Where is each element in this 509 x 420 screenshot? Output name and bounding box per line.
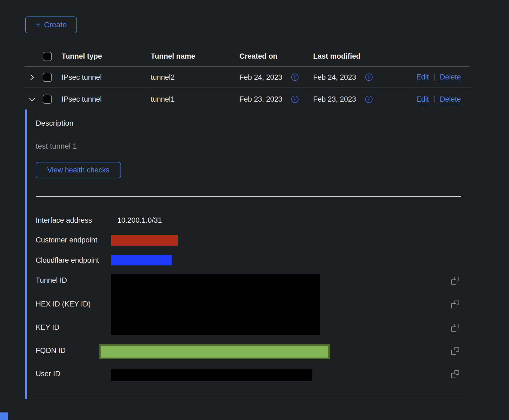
copy-icon[interactable] bbox=[451, 301, 459, 309]
last-modified-cell: Feb 24, 2023 bbox=[313, 67, 356, 88]
tunnel-name-cell: tunnel1 bbox=[151, 88, 175, 110]
copy-icon[interactable] bbox=[451, 277, 459, 285]
corner-accent-block bbox=[0, 412, 8, 420]
info-icon[interactable]: i bbox=[365, 96, 373, 103]
info-icon[interactable]: i bbox=[291, 74, 299, 81]
key-id-label: KEY ID bbox=[36, 323, 59, 332]
fqdn-id-redacted-value bbox=[99, 344, 330, 359]
chevron-right-icon[interactable] bbox=[28, 73, 36, 81]
tunnel-id-label: Tunnel ID bbox=[36, 276, 67, 285]
delete-link[interactable]: Delete bbox=[440, 95, 461, 104]
user-id-label: User ID bbox=[36, 370, 61, 378]
created-on-cell: Feb 24, 2023 bbox=[239, 67, 282, 88]
create-button-label: Create bbox=[44, 21, 67, 29]
info-icon[interactable]: i bbox=[365, 74, 373, 81]
copy-icon[interactable] bbox=[451, 370, 459, 378]
tunnel-type-cell: IPsec tunnel bbox=[62, 88, 102, 110]
created-on-cell: Feb 23, 2023 bbox=[239, 88, 282, 110]
row-checkbox[interactable] bbox=[43, 95, 52, 104]
delete-link[interactable]: Delete bbox=[440, 73, 461, 81]
copy-icon[interactable] bbox=[451, 324, 459, 332]
select-all-checkbox[interactable] bbox=[43, 52, 52, 61]
column-header-tunnel-name: Tunnel name bbox=[151, 48, 195, 64]
ids-redacted-value bbox=[111, 274, 320, 335]
cloudflare-endpoint-label: Cloudflare endpoint bbox=[36, 256, 99, 265]
tunnel-type-cell: IPsec tunnel bbox=[62, 67, 102, 88]
info-icon[interactable]: i bbox=[291, 96, 299, 103]
user-id-redacted-value bbox=[111, 369, 312, 381]
expanded-panel-accent-bar bbox=[25, 109, 27, 399]
chevron-down-icon[interactable] bbox=[28, 95, 36, 104]
tunnel-name-cell: tunnel2 bbox=[151, 67, 175, 88]
edit-link[interactable]: Edit bbox=[416, 73, 429, 81]
interface-address-label: Interface address bbox=[36, 216, 92, 225]
column-header-tunnel-type: Tunnel type bbox=[62, 48, 102, 64]
panel-bottom-divider bbox=[27, 399, 471, 399]
last-modified-cell: Feb 23, 2023 bbox=[313, 88, 356, 110]
section-divider bbox=[36, 196, 461, 197]
cloudflare-endpoint-redacted-value bbox=[111, 255, 172, 265]
customer-endpoint-redacted-value bbox=[111, 235, 178, 246]
description-heading: Description bbox=[36, 119, 73, 128]
action-separator: | bbox=[433, 95, 435, 104]
plus-icon: + bbox=[35, 20, 41, 29]
row-checkbox[interactable] bbox=[43, 73, 52, 82]
tunnels-page: + Create Tunnel type Tunnel name Created… bbox=[0, 0, 509, 420]
edit-link[interactable]: Edit bbox=[416, 95, 429, 104]
create-button[interactable]: + Create bbox=[25, 16, 77, 33]
view-health-checks-button[interactable]: View health checks bbox=[36, 162, 121, 178]
description-text: test tunnel 1 bbox=[36, 142, 77, 151]
copy-icon[interactable] bbox=[451, 347, 459, 355]
column-header-last-modified: Last modified bbox=[313, 48, 361, 64]
action-separator: | bbox=[433, 73, 435, 81]
hex-id-label: HEX ID (KEY ID) bbox=[36, 300, 91, 308]
fqdn-id-label: FQDN ID bbox=[36, 346, 66, 355]
column-header-created-on: Created on bbox=[239, 48, 277, 64]
interface-address-value: 10.200.1.0/31 bbox=[117, 216, 162, 225]
customer-endpoint-label: Customer endpoint bbox=[36, 236, 97, 244]
